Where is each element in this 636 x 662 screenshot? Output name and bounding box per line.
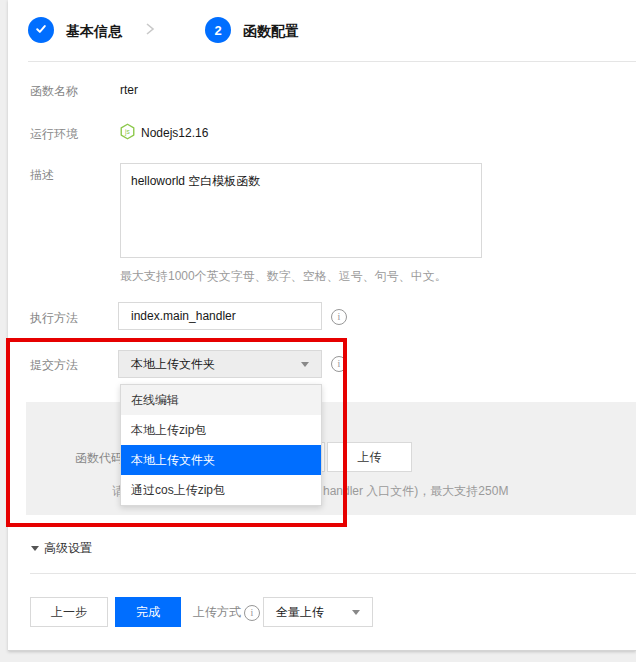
step-separator-chevron-icon — [143, 17, 157, 44]
nodejs-icon: js — [119, 123, 136, 143]
menu-item-local-folder[interactable]: 本地上传文件夹 — [121, 445, 321, 475]
step-2-label[interactable]: 函数配置 — [243, 23, 299, 41]
chevron-down-icon — [352, 610, 360, 615]
runtime-value: Nodejs12.16 — [141, 126, 208, 140]
function-name-value: rter — [120, 83, 138, 97]
header-divider — [28, 61, 636, 62]
menu-item-local-zip[interactable]: 本地上传zip包 — [121, 415, 321, 445]
description-help-text: 最大支持1000个英文字母、数字、空格、逗号、句号、中文。 — [120, 268, 447, 285]
chevron-down-icon — [301, 362, 309, 367]
submit-method-selected-value: 本地上传文件夹 — [131, 356, 215, 373]
handler-input[interactable] — [118, 302, 322, 330]
step-1-done-badge — [28, 17, 54, 43]
step-2-number: 2 — [214, 23, 221, 38]
handler-info-icon[interactable] — [331, 309, 347, 325]
handler-label: 执行方法 — [30, 310, 78, 327]
footer-divider — [30, 573, 636, 574]
submit-method-label: 提交方法 — [30, 357, 78, 374]
description-textarea[interactable]: helloworld 空白模板函数 — [120, 163, 482, 258]
code-help-text-left-fragment: 请 — [112, 483, 120, 500]
upload-mode-select[interactable]: 全量上传 — [263, 597, 373, 627]
finish-button[interactable]: 完成 — [115, 597, 181, 627]
check-icon — [34, 22, 48, 39]
advanced-settings-toggle[interactable]: 高级设置 — [44, 540, 92, 557]
menu-item-online-edit[interactable]: 在线编辑 — [121, 385, 321, 415]
submit-method-dropdown-menu: 在线编辑 本地上传zip包 本地上传文件夹 通过cos上传zip包 — [120, 384, 322, 506]
submit-method-select[interactable]: 本地上传文件夹 — [118, 350, 322, 378]
upload-mode-label-group: 上传方式 — [193, 604, 260, 621]
menu-item-cos-zip[interactable]: 通过cos上传zip包 — [121, 475, 321, 505]
svg-text:js: js — [124, 128, 130, 136]
function-config-page: 基本信息 2 函数配置 函数名称 rter 运行环境 js Nodejs12.1… — [0, 0, 636, 662]
content-panel — [8, 0, 636, 651]
upload-mode-label: 上传方式 — [193, 604, 241, 621]
upload-mode-selected-value: 全量上传 — [276, 604, 324, 621]
submit-method-info-icon[interactable] — [331, 356, 347, 372]
upload-button[interactable]: 上传 — [327, 442, 412, 472]
runtime-label: 运行环境 — [30, 126, 78, 143]
upload-mode-info-icon[interactable] — [244, 605, 260, 621]
advanced-settings-collapse-icon — [31, 546, 39, 551]
step-2-badge: 2 — [205, 17, 231, 43]
step-1-label[interactable]: 基本信息 — [66, 23, 122, 41]
description-label: 描述 — [30, 167, 54, 184]
code-help-text-right-fragment: handler 入口文件)，最大支持250M — [323, 483, 508, 500]
previous-step-button[interactable]: 上一步 — [30, 597, 108, 627]
function-name-label: 函数名称 — [30, 83, 78, 100]
